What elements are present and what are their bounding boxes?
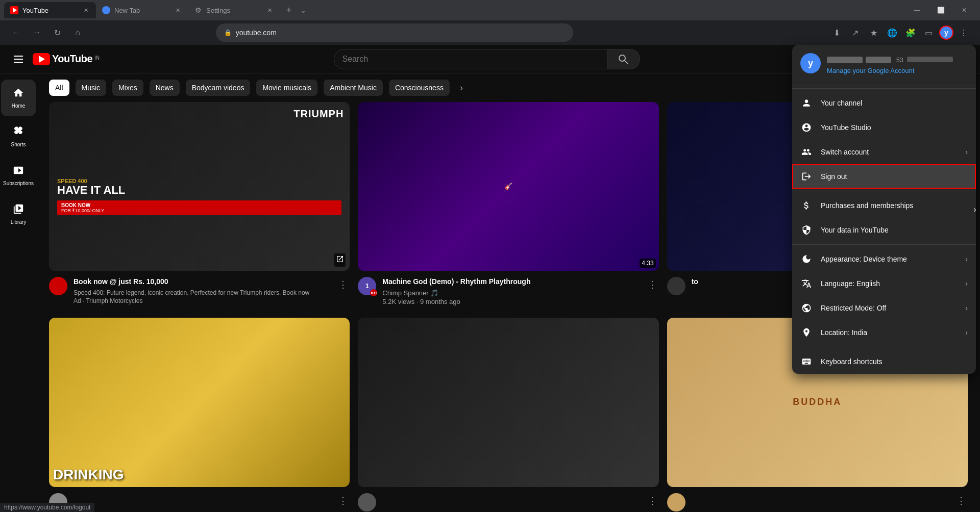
filter-chip-ambient[interactable]: Ambient Music [324, 80, 383, 96]
filter-chips-next[interactable]: › [460, 83, 463, 93]
lock-icon: 🔒 [224, 29, 232, 36]
menu-item-keyboard-label: Keyboard shortcuts [821, 357, 968, 366]
video-card-5[interactable]: ⋮ [358, 318, 658, 512]
sidebar-home-label: Home [12, 103, 26, 109]
filter-chip-news[interactable]: News [150, 80, 180, 96]
sidebar-item-library[interactable]: Library [1, 196, 36, 233]
tab-newtab-title: New Tab [114, 7, 169, 14]
sidebar-shorts-label: Shorts [11, 142, 26, 147]
language-icon [800, 277, 813, 290]
video-thumbnail-4: DRINKING [49, 318, 350, 487]
sidebar-item-subscriptions[interactable]: Subscriptions [1, 157, 36, 194]
tab-newtab[interactable]: New Tab ✕ [96, 2, 188, 18]
video-card-1[interactable]: TRIUMPH SPEED 400 HAVE IT ALL BOOK NOW F… [49, 102, 350, 308]
maximize-button[interactable]: ⬜ [929, 0, 952, 20]
menu-avatar: y [800, 53, 821, 73]
tab-youtube-close[interactable]: ✕ [82, 6, 90, 14]
video-card-2[interactable]: 🎸 4:33 1 KH Machine God (Demo) - Rhythm [358, 102, 658, 308]
bookmark-icon[interactable]: ★ [866, 24, 882, 41]
window-controls: — ⬜ ✕ [905, 0, 976, 20]
tab-settings[interactable]: ⚙ Settings ✕ [188, 2, 280, 18]
video-card-4[interactable]: DRINKING ⋮ [49, 318, 350, 512]
video-menu-5[interactable]: ⋮ [646, 493, 659, 508]
studio-icon [800, 121, 813, 134]
filter-chip-music[interactable]: Music [76, 80, 107, 96]
video-title-2: Machine God (Demo) - Rhythm Playthrough [382, 277, 639, 287]
search-button[interactable] [607, 49, 640, 69]
menu-user-name-row: 53 [827, 57, 968, 65]
appearance-chevron: › [965, 255, 968, 263]
video-info-6: ⋮ [667, 487, 968, 512]
filter-chip-mixes[interactable]: Mixes [112, 80, 143, 96]
translate-icon[interactable]: 🌐 [884, 24, 900, 41]
menu-item-language[interactable]: Language: English › [792, 271, 976, 296]
channel-avatar-1 [49, 277, 67, 295]
tab-newtab-close[interactable]: ✕ [174, 6, 182, 14]
menu-item-yourdata[interactable]: Your data in YouTube [792, 218, 976, 242]
sidebar-library-label: Library [11, 219, 27, 225]
video-menu-2[interactable]: ⋮ [646, 277, 659, 292]
user-dropdown-menu: y 53 Manage your Google Account [792, 45, 976, 374]
menu-item-location-label: Location: India [821, 328, 957, 337]
download-icon[interactable]: ⬇ [829, 24, 845, 41]
tab-youtube[interactable]: YouTube ✕ [4, 2, 96, 18]
close-button[interactable]: ✕ [952, 0, 976, 20]
video-duration-2: 4:33 [640, 259, 655, 268]
sidebar-item-shorts[interactable]: Shorts [1, 118, 36, 155]
appearance-icon [800, 253, 813, 265]
forward-button[interactable]: → [29, 24, 45, 41]
chrome-profile-icon[interactable]: y [939, 25, 953, 40]
home-button[interactable]: ⌂ [69, 24, 86, 41]
menu-item-keyboard[interactable]: Keyboard shortcuts [792, 349, 976, 374]
video-meta-1: Book now @ just Rs. 10,000 Speed 400: Fu… [74, 277, 330, 304]
filter-chip-all[interactable]: All [49, 80, 69, 96]
menu-item-switch[interactable]: Switch account › [792, 140, 976, 164]
video-menu-4[interactable]: ⋮ [336, 493, 350, 508]
filter-chip-consciousness[interactable]: Consciousness [389, 80, 450, 96]
menu-item-location[interactable]: Location: India › [792, 320, 976, 345]
menu-item-purchases[interactable]: Purchases and memberships [792, 193, 976, 218]
filter-chip-bodycam[interactable]: Bodycam videos [186, 80, 251, 96]
status-url: https://www.youtube.com/logout [4, 504, 90, 511]
video-menu-1[interactable]: ⋮ [336, 277, 350, 292]
search-input[interactable] [342, 55, 599, 64]
restricted-icon [800, 302, 813, 314]
sidebar-toggle-icon[interactable]: ▭ [921, 24, 937, 41]
video-info-2: 1 KH Machine God (Demo) - Rhythm Playthr… [358, 271, 658, 308]
video-menu-6[interactable]: ⋮ [954, 493, 968, 508]
menu-item-channel[interactable]: Your channel [792, 91, 976, 115]
video-thumbnail-5 [358, 318, 658, 487]
language-chevron: › [965, 279, 968, 288]
menu-user-section: y 53 Manage your Google Account [792, 45, 976, 86]
menu-button[interactable] [8, 49, 29, 69]
manage-account-link[interactable]: Manage your Google Account [827, 67, 968, 74]
menu-item-studio[interactable]: YouTube Studio [792, 115, 976, 140]
menu-item-appearance[interactable]: Appearance: Device theme › [792, 247, 976, 271]
sidebar-item-home[interactable]: Home [1, 80, 36, 116]
filter-chip-movie-musicals[interactable]: Movie musicals [256, 80, 317, 96]
video-stats-2: 5.2K views · 9 months ago [382, 298, 639, 305]
video-info-1: Book now @ just Rs. 10,000 Speed 400: Fu… [49, 271, 350, 306]
menu-item-signout[interactable]: Sign out [792, 164, 976, 189]
url-bar[interactable]: 🔒 youtube.com [216, 23, 573, 42]
tab-settings-close[interactable]: ✕ [265, 6, 274, 14]
share-icon[interactable]: ↗ [847, 24, 864, 41]
svg-rect-2 [14, 62, 23, 63]
restricted-chevron: › [965, 304, 968, 312]
youtube-logo[interactable]: YouTube IN [33, 53, 100, 65]
tab-overflow-button[interactable]: ⌄ [296, 3, 310, 17]
menu-item-restricted[interactable]: Restricted Mode: Off › [792, 296, 976, 320]
reload-button[interactable]: ↻ [49, 24, 65, 41]
minimize-button[interactable]: — [905, 0, 929, 20]
back-button[interactable]: ← [8, 24, 24, 41]
new-tab-button[interactable]: + [282, 3, 296, 17]
extensions-icon[interactable]: 🧩 [902, 24, 919, 41]
search-bar[interactable] [334, 49, 607, 69]
tab-bar: YouTube ✕ New Tab ✕ ⚙ Settings ✕ + ⌄ — ⬜… [0, 0, 980, 20]
svg-rect-0 [14, 56, 23, 57]
menu-divider-3 [792, 244, 976, 245]
video-meta-2: Machine God (Demo) - Rhythm Playthrough … [382, 277, 639, 305]
chrome-menu-icon[interactable]: ⋮ [955, 24, 972, 41]
video-meta-6 [692, 493, 948, 511]
youtube-logo-icon [33, 53, 50, 65]
